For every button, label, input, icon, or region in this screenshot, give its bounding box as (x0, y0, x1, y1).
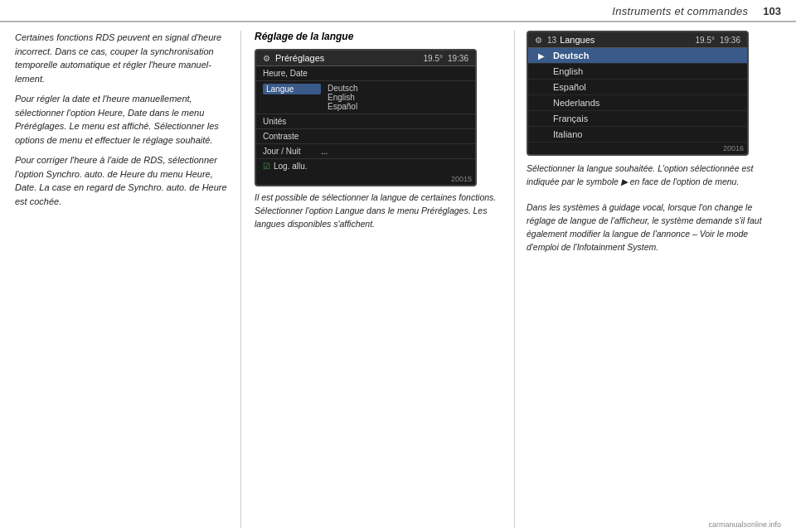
screen-row-langue-values: Deutsch English Español (328, 84, 358, 111)
screen2-header-title: Langues (560, 35, 695, 45)
screen-row-langue[interactable]: Langue Deutsch English Español (256, 81, 475, 114)
screen-row-log-allu[interactable]: ☑ Log. allu. (256, 159, 475, 173)
screen2-header-icon: ⚙ (535, 36, 542, 45)
right-description: Sélectionner la langue souhaitée. L'opti… (527, 162, 776, 254)
page-header: Instruments et commandes 103 (0, 0, 796, 22)
header-title: Instruments et commandes (612, 5, 748, 17)
main-content: Certaines fonctions RDS peuvent en signa… (0, 22, 796, 528)
screen-row-unites[interactable]: Unités (256, 114, 475, 129)
screen2: ⚙ 13 Langues 19.5° 19:36 ▶ Deutsch Engli… (527, 31, 749, 156)
lang-active-indicator-deutsch: ▶ (538, 51, 548, 60)
screen-row-label-langue: Langue (263, 84, 321, 94)
page-number: 103 (763, 5, 781, 17)
screen-row-jour-nuit[interactable]: Jour / Nuit ... (256, 144, 475, 159)
right-column: ⚙ 13 Langues 19.5° 19:36 ▶ Deutsch Engli… (514, 31, 788, 528)
screen-row-label-jour-nuit: Jour / Nuit (263, 147, 321, 156)
mid-description: Il est possible de sélectionner la lan­g… (255, 191, 501, 230)
lang-row-francais[interactable]: Français (528, 111, 747, 127)
lang-name-espanol: Español (553, 82, 586, 92)
left-column: Certaines fonctions RDS peuvent en signa… (0, 31, 240, 528)
screen-row-label-contraste: Contraste (263, 132, 321, 141)
screen1-temp: 19.5° (424, 54, 443, 63)
screen1-caption: 20015 (256, 173, 475, 185)
screen-row-label-unites: Unités (263, 117, 321, 126)
screen1-header-icon: ⚙ (263, 54, 270, 63)
screen2-temp: 19.5° (696, 36, 715, 45)
checkbox-log-allu-label: Log. allu. (274, 162, 308, 171)
left-para-3: Pour corriger l'heure à l'aide de RDS, s… (15, 153, 229, 208)
lang-name-english: English (553, 66, 583, 76)
screen1-header: ⚙ Préréglages 19.5° 19:36 (256, 51, 475, 66)
lang-value-deutsch: Deutsch (328, 84, 358, 93)
left-para-2: Pour régler la date et l'heure manuel­le… (15, 92, 229, 147)
screen-row-contraste[interactable]: Contraste (256, 129, 475, 144)
lang-name-francais: Français (553, 114, 588, 123)
mid-section-title: Réglage de la langue (255, 31, 501, 42)
lang-row-italiano[interactable]: Italiano (528, 127, 747, 143)
lang-value-espanol: Español (328, 102, 358, 111)
lang-row-nederlands[interactable]: Nederlands (528, 95, 747, 111)
screen2-count: 13 (547, 36, 556, 45)
lang-value-english: English (328, 93, 358, 102)
screen-row-heuredate[interactable]: Heure, Date (256, 66, 475, 81)
lang-row-english[interactable]: English (528, 64, 747, 80)
left-para-1: Certaines fonctions RDS peuvent en signa… (15, 31, 229, 85)
screen-row-value-jour-nuit: ... (321, 147, 328, 156)
screen-row-label-heuredate: Heure, Date (263, 69, 321, 78)
lang-name-italiano: Italiano (553, 129, 582, 139)
mid-column: Réglage de la langue ⚙ Préréglages 19.5°… (240, 31, 514, 528)
screen2-time: 19:36 (720, 36, 740, 45)
screen1-header-title: Préréglages (275, 53, 420, 63)
lang-row-espanol[interactable]: Español (528, 80, 747, 95)
lang-name-nederlands: Nederlands (553, 98, 599, 108)
lang-row-deutsch[interactable]: ▶ Deutsch (528, 48, 747, 64)
screen2-header: ⚙ 13 Langues 19.5° 19:36 (528, 32, 747, 48)
checkbox-checked-icon: ☑ (263, 162, 270, 171)
screen2-caption: 20016 (528, 143, 747, 154)
footer: carmanualsonline.info (708, 520, 781, 529)
screen1-time: 19:36 (448, 54, 468, 63)
footer-site: carmanualsonline.info (708, 520, 781, 529)
screen1: ⚙ Préréglages 19.5° 19:36 Heure, Date La… (255, 49, 477, 186)
lang-name-deutsch: Deutsch (553, 51, 589, 60)
